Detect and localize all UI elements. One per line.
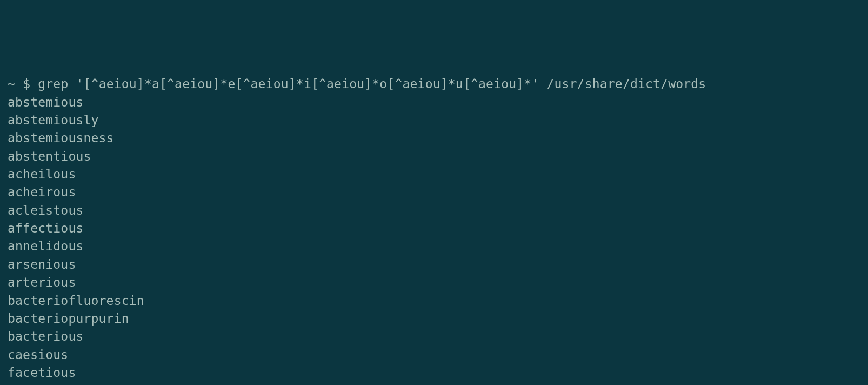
prompt-cwd: ~ <box>8 77 15 91</box>
output-line: bacterious <box>8 328 860 346</box>
output-line: facetious <box>8 364 860 382</box>
output-line: annelidous <box>8 237 860 255</box>
output-line: acleistous <box>8 202 860 220</box>
prompt-line[interactable]: ~ $ grep '[^aeiou]*a[^aeiou]*e[^aeiou]*i… <box>8 75 860 93</box>
output-line: abstentious <box>8 148 860 165</box>
output-line: facetiously <box>8 382 860 385</box>
output-line: arsenious <box>8 256 860 274</box>
prompt-symbol: $ <box>23 77 30 91</box>
output-line: affectious <box>8 220 860 237</box>
output-line: abstemious <box>8 94 860 111</box>
output-line: bacteriopurpurin <box>8 310 860 328</box>
output-line: bacteriofluorescin <box>8 292 860 310</box>
output-line: abstemiousness <box>8 129 860 147</box>
output-line: abstemiously <box>8 111 860 129</box>
command-text: grep '[^aeiou]*a[^aeiou]*e[^aeiou]*i[^ae… <box>38 77 706 91</box>
output-line: acheirous <box>8 183 860 201</box>
output-line: arterious <box>8 274 860 291</box>
output-line: caesious <box>8 346 860 364</box>
output-line: acheilous <box>8 165 860 183</box>
